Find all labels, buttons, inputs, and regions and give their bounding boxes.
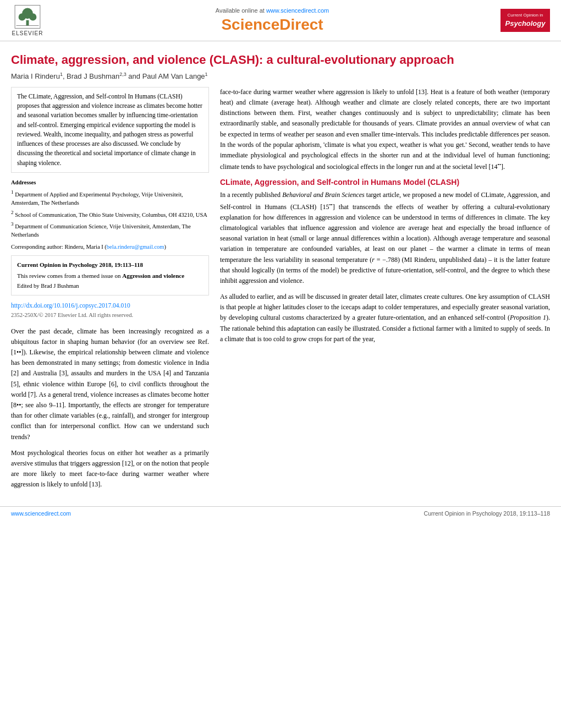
body-paragraph-2: Most psychological theories focus on eit… <box>11 448 209 490</box>
svg-rect-1 <box>26 20 29 26</box>
main-content: Climate, aggression, and violence (CLASH… <box>0 41 561 506</box>
svg-point-4 <box>29 13 36 20</box>
journal-badge-area: Current Opinion in Psychology <box>501 9 550 31</box>
body-paragraph-right-2: In a recently published Behavioral and B… <box>220 190 550 286</box>
addresses-section: Addresses 1 Department of Applied and Ex… <box>11 178 209 239</box>
doi-section: http://dx.doi.org/10.1016/j.copsyc.2017.… <box>11 301 209 318</box>
page-header: ELSEVIER Available online at www.science… <box>0 0 561 41</box>
copyright-text: 2352-250X/© 2017 Elsevier Ltd. All right… <box>11 312 209 318</box>
author3-sup: 1 <box>205 72 208 77</box>
author3-name: and Paul AM Van Lange <box>127 72 205 80</box>
body-paragraph-right-1: face-to-face during warmer weather where… <box>220 87 550 173</box>
elsevier-tree-icon <box>11 4 44 29</box>
footer-journal-info: Current Opinion in Psychology 2018, 19:1… <box>424 510 550 517</box>
author2-sup: 2,3 <box>119 72 127 77</box>
review-theme-text: This review comes from a themed issue on… <box>17 271 203 281</box>
address-1: 1 Department of Applied and Experimental… <box>11 189 209 207</box>
journal-badge-line1: Current Opinion in <box>505 12 546 18</box>
journal-badge-line2: Psychology <box>505 19 546 29</box>
journal-citation: Current Opinion in Psychology 2018, 19:1… <box>17 260 203 270</box>
address-3: 3 Department of Communication Science, V… <box>11 221 209 239</box>
elsevier-logo: ELSEVIER <box>11 4 44 36</box>
body-paragraph-right-3: As alluded to earlier, and as will be di… <box>220 292 550 344</box>
corresponding-author: Corresponding author: Rinderu, Maria I (… <box>11 244 209 250</box>
abstract-box: The CLimate, Aggression, and Self-contro… <box>11 87 209 173</box>
address-2-text: School of Communication, The Ohio State … <box>15 211 207 217</box>
address-2: 2 School of Communication, The Ohio Stat… <box>11 209 209 219</box>
section-heading-clash: CLimate, Aggression, and Self-control in… <box>220 178 550 187</box>
page-footer: www.sciencedirect.com Current Opinion in… <box>0 506 561 520</box>
info-box: Current Opinion in Psychology 2018, 19:1… <box>11 255 209 295</box>
header-center: Available online at www.sciencedirect.co… <box>44 7 501 34</box>
addresses-title: Addresses <box>11 178 209 187</box>
two-column-layout: The CLimate, Aggression, and Self-contro… <box>11 87 550 496</box>
available-online-text: Available online at www.sciencedirect.co… <box>44 7 501 14</box>
address-3-text: Department of Communication Science, Vri… <box>11 223 191 238</box>
theme-label: Aggression and violence <box>122 272 184 279</box>
author1-name: Maria I Rinderu <box>11 72 60 80</box>
article-authors: Maria I Rinderu1, Brad J Bushman2,3 and … <box>11 72 550 80</box>
editor-info: Edited by Brad J Bushman <box>17 282 203 291</box>
body-paragraph-1: Over the past decade, climate has been i… <box>11 326 209 442</box>
address-1-text: Department of Applied and Experimental P… <box>11 191 183 206</box>
sciencedirect-brand: ScienceDirect <box>44 16 501 34</box>
article-title: Climate, aggression, and violence (CLASH… <box>11 52 550 68</box>
footer-website[interactable]: www.sciencedirect.com <box>11 510 71 517</box>
author2-name: , Brad J Bushman <box>63 72 119 80</box>
right-column: face-to-face during warmer weather where… <box>220 87 550 496</box>
svg-point-3 <box>19 13 26 20</box>
corresponding-label: Corresponding author: <box>11 244 63 250</box>
elsevier-text-label: ELSEVIER <box>12 30 43 36</box>
corresponding-email[interactable]: bela.rinderu@gmail.com <box>107 244 164 250</box>
sciencedirect-url[interactable]: www.sciencedirect.com <box>266 7 329 14</box>
abstract-text: The CLimate, Aggression, and Self-contro… <box>17 93 202 166</box>
editor-name: Brad J Bushman <box>41 283 79 289</box>
doi-link[interactable]: http://dx.doi.org/10.1016/j.copsyc.2017.… <box>11 302 130 309</box>
corresponding-name: Rinderu, Maria I <box>64 244 103 250</box>
journal-badge: Current Opinion in Psychology <box>501 9 550 31</box>
left-column: The CLimate, Aggression, and Self-contro… <box>11 87 209 496</box>
